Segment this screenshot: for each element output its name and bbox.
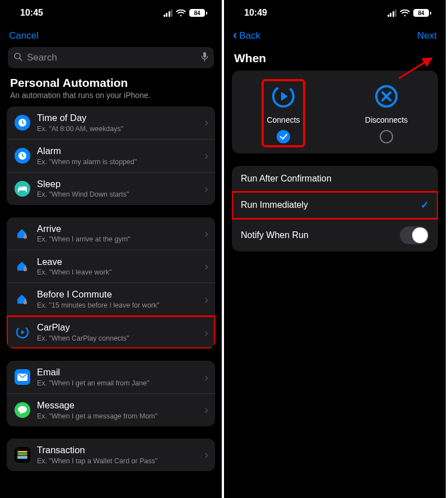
row-texts: Arrive Ex. "When I arrive at the gym": [37, 223, 201, 244]
row-subtitle: Ex. "When Wind Down starts": [37, 190, 201, 199]
row-texts: Transaction Ex. "When I tap a Wallet Car…: [37, 444, 201, 466]
svg-rect-10: [18, 188, 27, 190]
cellular-icon: [164, 10, 173, 17]
automation-row-arrive[interactable]: Arrive Ex. "When I arrive at the gym" ›: [7, 217, 215, 250]
connects-icon: [270, 83, 297, 110]
svg-point-20: [24, 300, 26, 302]
option-label: Run Immediately: [241, 200, 308, 210]
back-label: Back: [239, 30, 260, 41]
svg-point-23: [18, 406, 27, 413]
svg-point-16: [24, 234, 26, 236]
svg-rect-27: [17, 457, 27, 459]
nav-bar: Cancel: [0, 26, 222, 47]
chevron-right-icon: ›: [204, 448, 208, 461]
row-subtitle: Ex. "When I arrive at the gym": [37, 235, 201, 244]
row-texts: Before I Commute Ex. "15 minutes before …: [37, 288, 201, 310]
automation-group: Email Ex. "When I get an email from Jane…: [7, 361, 215, 426]
row-title: Sleep: [37, 178, 201, 190]
chevron-right-icon: ›: [204, 116, 208, 129]
row-subtitle: Ex. "When CarPlay connects": [37, 334, 201, 343]
row-title: Before I Commute: [37, 288, 201, 300]
svg-rect-14: [21, 187, 27, 188]
automation-group: Arrive Ex. "When I arrive at the gym" › …: [7, 217, 215, 349]
row-subtitle: Ex. "When I tap a Wallet Card or Pass": [37, 457, 201, 466]
chevron-right-icon: ›: [204, 227, 208, 240]
row-texts: CarPlay Ex. "When CarPlay connects": [37, 322, 201, 343]
status-time: 10:45: [20, 8, 43, 18]
back-button[interactable]: ‹ Back: [233, 30, 260, 41]
radio-unselected-icon: [380, 130, 393, 143]
status-bar: 10:49 84: [224, 0, 446, 26]
automation-row-carplay[interactable]: CarPlay Ex. "When CarPlay connects" ›: [7, 316, 215, 348]
automation-row-message[interactable]: Message Ex. "When I get a message from M…: [7, 394, 215, 426]
svg-rect-12: [26, 190, 27, 192]
wifi-icon: [176, 10, 186, 17]
row-title: Time of Day: [37, 112, 201, 124]
row-title: CarPlay: [37, 322, 201, 333]
page-title: Personal Automation: [0, 76, 222, 90]
page-subtitle: An automation that runs on your iPhone.: [0, 90, 222, 106]
option-notify[interactable]: Notify When Run: [232, 219, 438, 252]
row-title: Alarm: [37, 145, 201, 157]
svg-point-13: [19, 186, 21, 188]
automation-row-time-of-day[interactable]: Time of Day Ex. "At 8:00 AM, weekdays" ›: [7, 106, 215, 139]
cancel-button[interactable]: Cancel: [9, 30, 39, 41]
when-option-connects[interactable]: Connects: [267, 83, 300, 143]
option-label: Notify When Run: [241, 230, 309, 240]
option-run-immediate[interactable]: Run Immediately✓: [232, 192, 438, 219]
automation-row-sleep[interactable]: Sleep Ex. "When Wind Down starts" ›: [7, 173, 215, 205]
disconnects-icon: [373, 83, 400, 110]
row-subtitle: Ex. "When I leave work": [37, 268, 201, 277]
run-options: Run After ConfirmationRun Immediately✓No…: [232, 166, 438, 252]
battery-icon: 84: [413, 9, 431, 17]
status-right: 84: [388, 9, 432, 17]
row-texts: Alarm Ex. "When my alarm is stopped": [37, 145, 201, 166]
chevron-left-icon: ‹: [233, 29, 237, 41]
search-field[interactable]: [8, 47, 214, 68]
automation-group: Time of Day Ex. "At 8:00 AM, weekdays" ›…: [7, 106, 215, 205]
when-heading: When: [224, 47, 446, 71]
row-texts: Sleep Ex. "When Wind Down starts": [37, 178, 201, 199]
screenshot-left: 10:45 84 Cancel Personal Automation An a…: [0, 0, 224, 498]
row-texts: Time of Day Ex. "At 8:00 AM, weekdays": [37, 112, 201, 133]
row-subtitle: Ex. "When I get a message from Mom": [37, 412, 201, 421]
row-texts: Email Ex. "When I get an email from Jane…: [37, 366, 201, 388]
automation-row-alarm[interactable]: Alarm Ex. "When my alarm is stopped" ›: [7, 139, 215, 173]
row-title: Email: [37, 366, 201, 378]
automation-row-before-commute[interactable]: Before I Commute Ex. "15 minutes before …: [7, 283, 215, 316]
cellular-icon: [388, 10, 397, 17]
battery-icon: 84: [189, 9, 207, 17]
automation-group: Transaction Ex. "When I tap a Wallet Car…: [7, 439, 215, 471]
next-button[interactable]: Next: [417, 30, 437, 41]
when-selector: Connects Disconnects: [232, 71, 438, 153]
automation-row-leave[interactable]: Leave Ex. "When I leave work" ›: [7, 250, 215, 283]
automation-list: Time of Day Ex. "At 8:00 AM, weekdays" ›…: [0, 106, 222, 483]
row-title: Transaction: [37, 444, 201, 456]
status-right: 84: [164, 9, 208, 17]
chevron-right-icon: ›: [204, 371, 208, 384]
search-icon: [13, 52, 22, 63]
option-run-confirm[interactable]: Run After Confirmation: [232, 166, 438, 192]
screenshot-right: 10:49 84 ‹ Back Next When Connects Disco…: [224, 0, 448, 498]
row-subtitle: Ex. "When my alarm is stopped": [37, 157, 201, 166]
row-title: Arrive: [37, 223, 201, 235]
status-time: 10:49: [244, 8, 267, 18]
chevron-right-icon: ›: [204, 326, 208, 339]
automation-row-email[interactable]: Email Ex. "When I get an email from Jane…: [7, 361, 215, 394]
chevron-right-icon: ›: [204, 149, 208, 162]
when-option-label: Connects: [267, 115, 300, 124]
row-subtitle: Ex. "At 8:00 AM, weekdays": [37, 124, 201, 133]
toggle-switch[interactable]: [400, 226, 429, 244]
mic-icon[interactable]: [201, 52, 208, 64]
row-title: Message: [37, 399, 201, 411]
nav-bar: ‹ Back Next: [224, 26, 446, 47]
svg-point-18: [24, 267, 26, 269]
search-input[interactable]: [27, 52, 197, 63]
chevron-right-icon: ›: [204, 182, 208, 195]
svg-rect-2: [203, 52, 206, 58]
chevron-right-icon: ›: [204, 293, 208, 306]
row-subtitle: Ex. "15 minutes before I leave for work": [37, 301, 201, 310]
when-option-disconnects[interactable]: Disconnects: [365, 83, 408, 143]
automation-row-transaction[interactable]: Transaction Ex. "When I tap a Wallet Car…: [7, 439, 215, 471]
when-option-label: Disconnects: [365, 115, 408, 124]
